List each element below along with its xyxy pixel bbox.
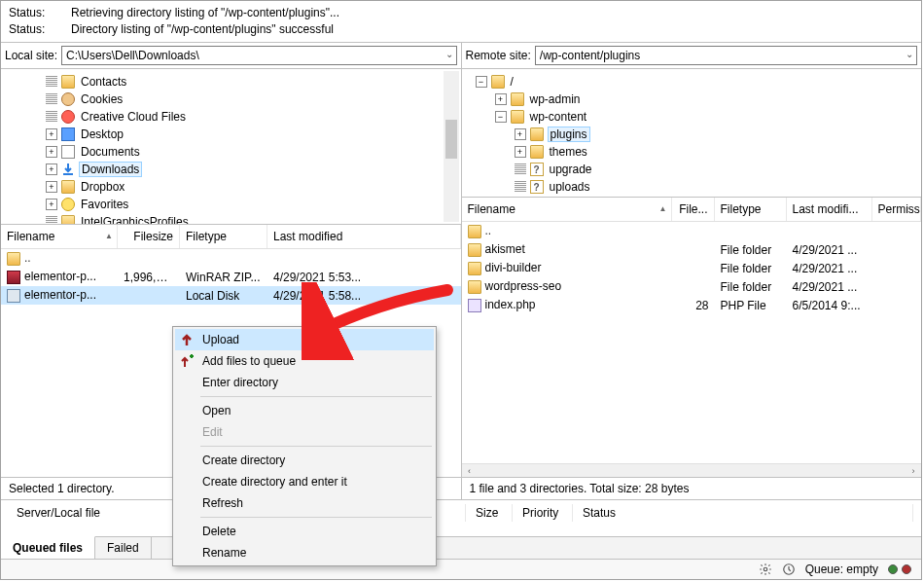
tree-item-label: Contacts (79, 75, 128, 89)
expand-icon[interactable]: + (515, 128, 526, 140)
queue-icon[interactable] (782, 563, 796, 576)
list-item[interactable]: elementor-p...1,996,832WinRAR ZIP...4/29… (1, 268, 461, 286)
col-filetype[interactable]: Filetype (715, 198, 787, 221)
chevron-down-icon[interactable]: ⌄ (445, 49, 453, 59)
tree-item[interactable]: +Documents (7, 143, 459, 161)
file-type: Local Disk (180, 289, 267, 303)
remote-pane: Remote site: ⌄ −/+wp-admin−wp-content+pl… (462, 43, 922, 499)
tree-item-label: upgrade (548, 163, 594, 176)
tree-item[interactable]: +themes (468, 143, 920, 161)
tree-item-label: Downloads (79, 162, 142, 177)
tree-item[interactable]: −wp-content (468, 108, 920, 126)
col-filetype[interactable]: Filetype (180, 225, 267, 248)
list-item[interactable]: divi-builderFile folder4/29/2021 ... (462, 259, 922, 277)
qcol-size[interactable]: Size (468, 504, 513, 522)
tree-connector (46, 216, 57, 225)
menu-item-label: Rename (202, 546, 246, 560)
menu-item-label: Create directory and enter it (202, 475, 347, 489)
menu-item-label: Upload (202, 333, 239, 346)
expand-icon[interactable]: + (46, 181, 57, 193)
remote-file-list[interactable]: Filename▲ File... Filetype Last modifi..… (462, 198, 922, 477)
expand-icon[interactable]: + (515, 146, 526, 158)
file-modified: 4/29/2021 ... (787, 280, 872, 294)
tree-connector (46, 76, 57, 88)
expand-icon[interactable]: + (46, 128, 57, 140)
tree-item-label: themes (548, 145, 589, 159)
col-filename[interactable]: Filename▲ (1, 225, 118, 248)
tree-item[interactable]: Contacts (7, 73, 459, 91)
tree-item[interactable]: −/ (468, 73, 920, 91)
tree-item[interactable]: +Downloads (7, 161, 459, 178)
menu-item-open[interactable]: Open (175, 400, 434, 421)
expand-icon[interactable]: − (495, 111, 507, 123)
tree-item[interactable]: +wp-admin (468, 91, 920, 108)
menu-item-delete[interactable]: Delete (175, 521, 434, 542)
col-permissions[interactable]: Permissi... (872, 198, 922, 221)
local-tree[interactable]: ContactsCookiesCreative Cloud Files+Desk… (1, 69, 461, 225)
tree-item[interactable]: ?upgrade (468, 161, 920, 178)
file-modified: 4/29/2021 5:53... (267, 271, 461, 284)
menu-item-label: Delete (202, 525, 236, 538)
tree-item[interactable]: Creative Cloud Files (7, 108, 459, 126)
col-filename[interactable]: Filename▲ (462, 198, 672, 221)
file-type: File folder (715, 262, 787, 275)
remote-path-input[interactable] (535, 46, 917, 65)
scrollbar-h[interactable]: ‹› (462, 463, 922, 477)
list-item[interactable]: elementor-p...Local Disk4/29/2021 5:58..… (1, 286, 461, 305)
list-item[interactable]: .. (1, 249, 461, 268)
tree-item-label: wp-admin (528, 92, 583, 106)
gear-icon[interactable] (759, 563, 772, 576)
tree-item-label: Dropbox (79, 180, 126, 194)
menu-item-create-directory-and-enter-it[interactable]: Create directory and enter it (175, 471, 434, 492)
tree-item[interactable]: Cookies (7, 91, 459, 108)
menu-item-enter-directory[interactable]: Enter directory (175, 372, 434, 393)
qcol-priority[interactable]: Priority (515, 504, 573, 522)
file-modified: 6/5/2014 9:... (787, 299, 872, 312)
tree-item[interactable]: +Favorites (7, 196, 459, 213)
upload-icon (179, 332, 195, 347)
tab-queued-files[interactable]: Queued files (1, 536, 95, 559)
file-size: 1,996,832 (118, 271, 180, 284)
col-modified[interactable]: Last modifi... (787, 198, 872, 221)
tree-item-label: / (509, 75, 515, 89)
menu-item-add-files-to-queue[interactable]: Add files to queue (175, 350, 434, 372)
col-filesize[interactable]: Filesize (118, 225, 180, 248)
tree-item[interactable]: IntelGraphicsProfiles (7, 213, 459, 225)
menu-item-refresh[interactable]: Refresh (175, 492, 434, 514)
menu-item-label: Refresh (202, 496, 243, 510)
add-queue-icon (179, 353, 195, 369)
list-item[interactable]: akismetFile folder4/29/2021 ... (462, 240, 922, 259)
expand-icon[interactable]: + (495, 93, 507, 105)
tree-item[interactable]: ?uploads (468, 178, 920, 196)
qcol-status[interactable]: Status (575, 504, 913, 522)
tree-item[interactable]: +Desktop (7, 126, 459, 143)
remote-site-label: Remote site: (466, 49, 531, 62)
col-modified[interactable]: Last modified (267, 225, 461, 248)
tree-item-label: Cookies (79, 92, 124, 106)
local-path-input[interactable] (61, 46, 456, 65)
file-name: .. (24, 251, 31, 265)
col-filesize[interactable]: File... (672, 198, 715, 221)
file-name: index.php (485, 298, 536, 311)
chevron-down-icon[interactable]: ⌄ (906, 49, 913, 59)
list-item[interactable]: wordpress-seoFile folder4/29/2021 ... (462, 277, 922, 296)
tree-item[interactable]: +plugins (468, 126, 920, 143)
expand-icon[interactable]: + (46, 146, 57, 158)
expand-icon[interactable]: + (46, 163, 57, 175)
context-menu[interactable]: UploadAdd files to queueEnter directoryO… (172, 326, 437, 566)
list-item[interactable]: .. (462, 222, 922, 240)
menu-item-edit: Edit (175, 421, 434, 443)
file-name: .. (485, 224, 492, 237)
tab-failed[interactable]: Failed (95, 537, 152, 559)
expand-icon[interactable]: − (476, 76, 487, 88)
menu-item-rename[interactable]: Rename (175, 542, 434, 563)
list-item[interactable]: index.php28PHP File6/5/2014 9:... (462, 296, 922, 314)
tree-item-label: Documents (79, 145, 142, 159)
menu-item-upload[interactable]: Upload (175, 329, 434, 350)
remote-tree[interactable]: −/+wp-admin−wp-content+plugins+themes?up… (462, 69, 922, 198)
menu-item-create-directory[interactable]: Create directory (175, 450, 434, 471)
scrollbar[interactable] (444, 71, 459, 222)
status-dot-green (888, 564, 898, 574)
expand-icon[interactable]: + (46, 199, 57, 210)
tree-item[interactable]: +Dropbox (7, 178, 459, 196)
